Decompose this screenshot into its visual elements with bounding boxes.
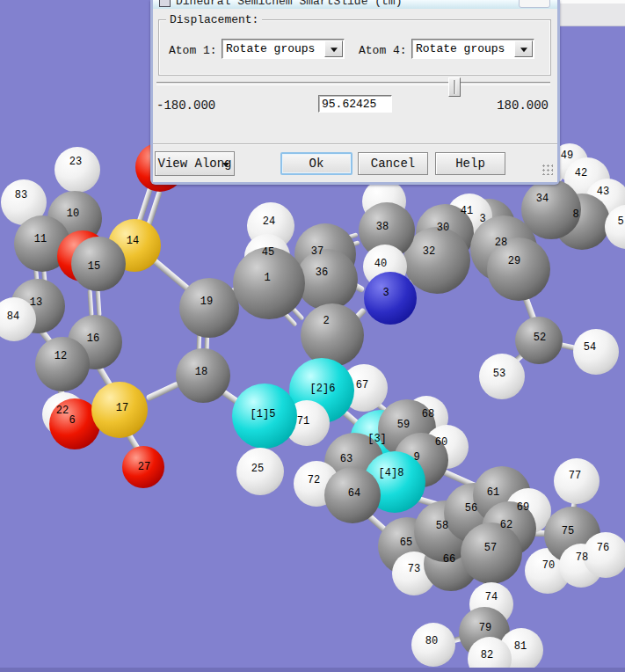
- chevron-down-icon: [222, 163, 229, 167]
- dihedral-slider-track[interactable]: [156, 82, 550, 85]
- atom-label-66: 66: [443, 554, 455, 565]
- atom-label-11: 11: [34, 234, 47, 245]
- atom-label-5sel: [1]5: [251, 409, 276, 420]
- view-along-button[interactable]: View Along: [155, 151, 235, 176]
- atom-12[interactable]: [35, 337, 90, 391]
- atom-label-7: [3]: [367, 434, 387, 444]
- atom-label-33: 3: [479, 214, 485, 224]
- atom-label-80: 80: [425, 636, 438, 646]
- atom-label-40: 40: [374, 259, 387, 269]
- atom-76[interactable]: [583, 532, 625, 578]
- cancel-button[interactable]: Cancel: [358, 152, 428, 175]
- atom4-combobox-value: Rotate groups: [416, 42, 505, 55]
- atom-label-34: 34: [536, 194, 549, 204]
- atom-label-16: 16: [87, 333, 99, 344]
- atom-label-73: 73: [408, 564, 420, 574]
- atom-label-27: 27: [138, 462, 150, 472]
- atom-label-28: 28: [495, 237, 507, 248]
- atom-label-60: 60: [435, 437, 447, 448]
- atom-label-6: [2]6: [310, 383, 336, 394]
- atom-label-12: 12: [55, 351, 67, 362]
- atom-label-83: 83: [15, 190, 27, 201]
- atom-label-62: 62: [500, 520, 512, 530]
- atom-label-58: 58: [436, 521, 448, 531]
- atom-36[interactable]: [296, 249, 358, 310]
- slider-min-label: -180.000: [156, 99, 215, 113]
- chevron-down-icon: [331, 47, 338, 52]
- atom-label-79: 79: [479, 623, 491, 633]
- atom-label-23: 23: [69, 157, 82, 167]
- atom-label-2: 2: [323, 316, 329, 326]
- window-icon: [159, 0, 171, 7]
- atom-label-59: 59: [397, 420, 410, 430]
- atom-2[interactable]: [301, 303, 364, 367]
- atom-label-76: 76: [597, 543, 609, 553]
- atom1-label: Atom 1:: [169, 44, 217, 57]
- atom-label-82: 82: [481, 650, 493, 661]
- atom-label-38: 38: [376, 222, 389, 232]
- atom-label-42: 42: [575, 168, 587, 179]
- atom-label-36: 36: [316, 267, 328, 278]
- atom-19[interactable]: [179, 278, 239, 338]
- atom-23[interactable]: [55, 147, 100, 193]
- help-button[interactable]: Help: [435, 152, 505, 175]
- atom-label-68: 68: [422, 409, 434, 420]
- atom-label-49: 49: [561, 150, 573, 161]
- atom-label-61: 61: [487, 487, 499, 498]
- atom-label-63: 63: [340, 454, 352, 464]
- slider-max-label: 180.000: [497, 99, 549, 113]
- atom4-combobox-arrow-button[interactable]: [514, 40, 533, 57]
- atom-label-8: [4]8: [379, 468, 404, 478]
- atom-label-41: 41: [461, 206, 473, 216]
- atom-label-32: 32: [423, 246, 435, 257]
- application-window: 4942438345341302829323837244540363191223…: [0, 0, 625, 672]
- atom-label-14: 14: [127, 236, 139, 246]
- resize-grip[interactable]: [541, 163, 553, 175]
- displacement-group-label: Displacement:: [166, 13, 262, 26]
- atom4-label: Atom 4:: [359, 44, 407, 57]
- atom-label-43: 43: [597, 186, 609, 197]
- atom-label-77: 77: [569, 471, 581, 481]
- atom-label-1: 1: [264, 273, 270, 283]
- atom-label-30: 30: [437, 223, 449, 233]
- atom-label-15: 15: [88, 261, 100, 272]
- viewport-bottom-edge: [0, 668, 625, 672]
- atom-label-9: 9: [413, 452, 419, 463]
- dialog-separator: [153, 143, 557, 145]
- bond: [88, 289, 94, 316]
- dihedral-value-input[interactable]: [318, 95, 392, 113]
- atom-label-29: 29: [508, 256, 520, 267]
- atom-label-70: 70: [542, 560, 555, 571]
- atom-label-13: 13: [30, 297, 42, 308]
- atom1-combobox[interactable]: Rotate groups: [222, 39, 345, 59]
- atom-label-64: 64: [348, 488, 360, 499]
- atom1-combobox-value: Rotate groups: [226, 42, 315, 55]
- atom-label-18: 18: [195, 367, 207, 377]
- atom-label-37: 37: [311, 246, 323, 257]
- atom-label-84: 84: [7, 311, 19, 322]
- atom-label-53: 53: [493, 369, 505, 379]
- atom-label-3: 3: [382, 288, 389, 298]
- atom-label-72: 72: [308, 475, 320, 486]
- atom-label-26: 6: [69, 415, 75, 426]
- atom-label-5: 5: [617, 216, 623, 227]
- atom-label-24: 24: [263, 216, 275, 227]
- dihedral-slider-handle[interactable]: [448, 77, 461, 97]
- atom-3[interactable]: [364, 272, 417, 325]
- atom-label-48: 8: [572, 209, 578, 220]
- atom-label-22: 22: [56, 405, 69, 416]
- atom-label-19: 19: [200, 296, 213, 307]
- atom-label-25: 25: [251, 464, 264, 474]
- close-button[interactable]: [519, 0, 550, 8]
- atom-label-10: 10: [67, 208, 79, 219]
- bond: [146, 381, 180, 401]
- atom1-combobox-arrow-button[interactable]: [324, 40, 343, 57]
- atom-label-54: 54: [584, 342, 596, 353]
- atom-label-78: 78: [576, 552, 588, 563]
- bond: [96, 289, 102, 316]
- atom-label-71: 71: [297, 416, 309, 427]
- dialog-body: Displacement: Atom 1: Rotate groups Atom…: [153, 9, 557, 182]
- atom4-combobox[interactable]: Rotate groups: [411, 39, 534, 59]
- atom-label-81: 81: [514, 641, 527, 652]
- ok-button[interactable]: Ok: [280, 152, 352, 175]
